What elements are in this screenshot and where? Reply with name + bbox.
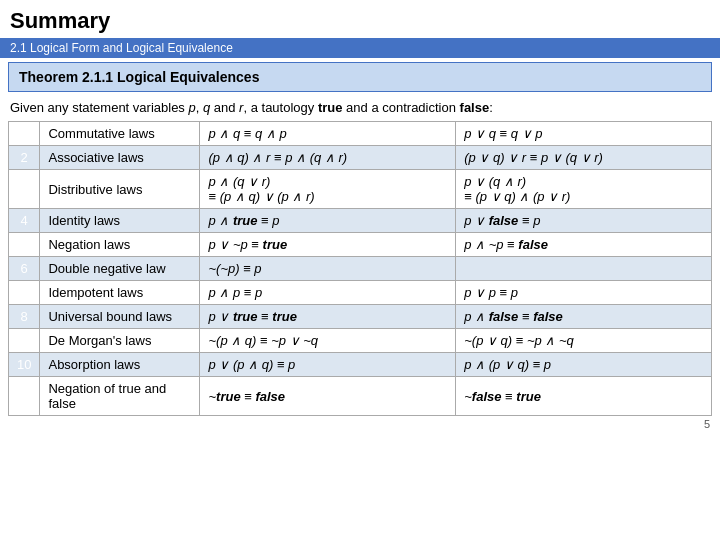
row-number: 8 [9,305,40,329]
formula-col2: p ∧ ~p ≡ false [456,233,712,257]
page-title: Summary [0,0,720,38]
row-number: 6 [9,257,40,281]
row-number: 5 [9,233,40,257]
law-name: Absorption laws [40,353,200,377]
law-name: Associative laws [40,146,200,170]
formula-col2 [456,257,712,281]
formula-col1: p ∨ ~p ≡ true [200,233,456,257]
formula-col2: (p ∨ q) ∨ r ≡ p ∨ (q ∨ r) [456,146,712,170]
law-name: Double negative law [40,257,200,281]
formula-col2: p ∨ p ≡ p [456,281,712,305]
law-name: Distributive laws [40,170,200,209]
law-name: Negation of true andfalse [40,377,200,416]
row-number: 10 [9,353,40,377]
formula-col2: p ∨ q ≡ q ∨ p [456,122,712,146]
formula-col1: p ∨ true ≡ true [200,305,456,329]
formula-col1: ~(p ∧ q) ≡ ~p ∨ ~q [200,329,456,353]
law-name: Universal bound laws [40,305,200,329]
law-name: Negation laws [40,233,200,257]
formula-col1: ~(~p) ≡ p [200,257,456,281]
row-number: 3 [9,170,40,209]
formula-col1: ~true ≡ false [200,377,456,416]
row-number: 9 [9,329,40,353]
law-name: De Morgan's laws [40,329,200,353]
row-number: 11 [9,377,40,416]
formula-col2: p ∨ (q ∧ r)≡ (p ∨ q) ∧ (p ∨ r) [456,170,712,209]
footer-number: 5 [0,416,720,432]
row-number: 7 [9,281,40,305]
law-name: Commutative laws [40,122,200,146]
row-number: 2 [9,146,40,170]
formula-col1: p ∧ q ≡ q ∧ p [200,122,456,146]
formula-col1: p ∧ (q ∨ r)≡ (p ∧ q) ∨ (p ∧ r) [200,170,456,209]
law-name: Idempotent laws [40,281,200,305]
law-name: Identity laws [40,209,200,233]
formula-col2: ~false ≡ true [456,377,712,416]
row-number: 4 [9,209,40,233]
intro-text: Given any statement variables p, q and r… [0,96,720,121]
formula-col1: p ∨ (p ∧ q) ≡ p [200,353,456,377]
formula-col2: p ∧ (p ∨ q) ≡ p [456,353,712,377]
formula-col1: (p ∧ q) ∧ r ≡ p ∧ (q ∧ r) [200,146,456,170]
formula-col2: ~(p ∨ q) ≡ ~p ∧ ~q [456,329,712,353]
row-number: 1 [9,122,40,146]
equivalences-table: 1Commutative lawsp ∧ q ≡ q ∧ pp ∨ q ≡ q … [8,121,712,416]
theorem-header: Theorem 2.1.1 Logical Equivalences [8,62,712,92]
formula-col1: p ∧ p ≡ p [200,281,456,305]
formula-col2: p ∨ false ≡ p [456,209,712,233]
formula-col1: p ∧ true ≡ p [200,209,456,233]
formula-col2: p ∧ false ≡ false [456,305,712,329]
subtitle: 2.1 Logical Form and Logical Equivalence [0,38,720,58]
